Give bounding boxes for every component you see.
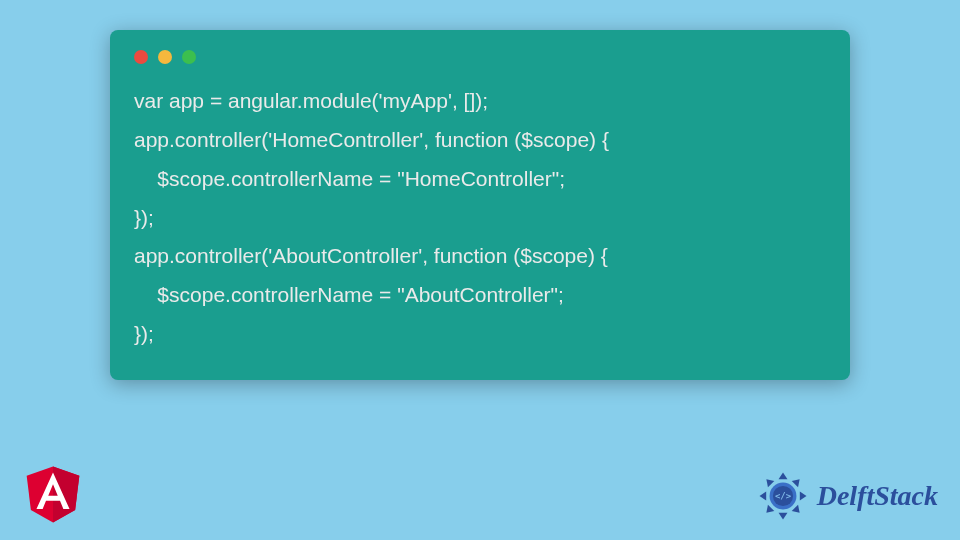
svg-marker-2 [778,472,787,479]
maximize-dot-icon [182,50,196,64]
svg-marker-1 [53,466,79,522]
code-line: app.controller('AboutController', functi… [134,244,608,267]
code-content: var app = angular.module('myApp', []); a… [134,82,826,354]
svg-marker-4 [799,492,806,501]
svg-text:</>: </> [775,491,791,501]
delftstack-text: DelftStack [817,480,938,512]
close-dot-icon [134,50,148,64]
svg-marker-8 [759,492,766,501]
delftstack-icon: </> [755,468,811,524]
code-line: $scope.controllerName = "HomeController"… [134,167,565,190]
angular-logo-icon [18,458,88,528]
window-controls [134,50,826,64]
minimize-dot-icon [158,50,172,64]
code-line: $scope.controllerName = "AboutController… [134,283,564,306]
svg-marker-6 [778,513,787,520]
code-line: app.controller('HomeController', functio… [134,128,609,151]
svg-marker-5 [791,505,802,516]
code-window: var app = angular.module('myApp', []); a… [110,30,850,380]
svg-marker-9 [763,476,774,487]
delftstack-logo: </> DelftStack [755,468,938,524]
svg-marker-3 [791,476,802,487]
code-line: var app = angular.module('myApp', []); [134,89,488,112]
code-line: }); [134,206,154,229]
code-line: }); [134,322,154,345]
svg-marker-7 [763,505,774,516]
